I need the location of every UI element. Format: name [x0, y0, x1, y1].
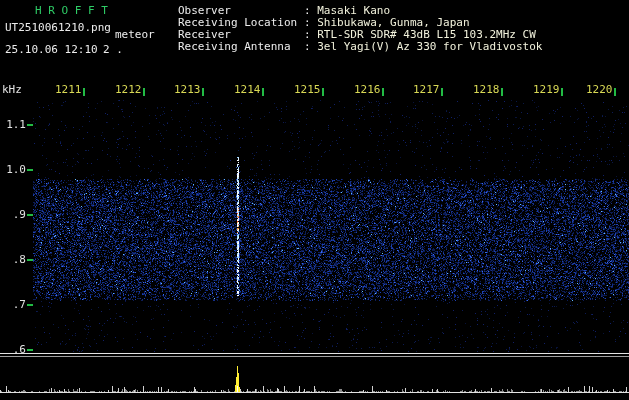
time-tick-label: 1212: [115, 84, 142, 96]
freq-tick-label: .7: [0, 299, 26, 311]
header-row-separator: :: [304, 41, 317, 53]
time-tick-label: 1216: [354, 84, 381, 96]
freq-tick-label: 1.0: [0, 164, 26, 176]
time-tick-label: 1215: [294, 84, 321, 96]
station-label: meteor: [115, 29, 155, 41]
time-tick-label: 1217: [413, 84, 440, 96]
time-tick-label: 1214: [234, 84, 261, 96]
header-row: Receiving Antenna : 3el Yagi(V) Az 330 f…: [178, 41, 542, 53]
freq-tick-label: 1.1: [0, 119, 26, 131]
header-row-label: Receiving Antenna: [178, 41, 304, 53]
time-tick-label: 1211: [55, 84, 82, 96]
time-tick-label: 1219: [533, 84, 560, 96]
counter: 2 .: [103, 44, 123, 56]
spectrogram-canvas: [0, 0, 629, 400]
app-title: H R O F F T: [35, 5, 108, 17]
hrofft-screen: H R O F F T UT2510061210.png meteor 25.1…: [0, 0, 629, 400]
freq-tick-label: .9: [0, 209, 26, 221]
freq-tick-label: .6: [0, 344, 26, 356]
filename: UT2510061210.png: [5, 22, 111, 34]
datetime: 25.10.06 12:10: [5, 44, 98, 56]
freq-tick-label: .8: [0, 254, 26, 266]
khz-unit-label: kHz: [2, 84, 22, 96]
header-row-value: 3el Yagi(V) Az 330 for Vladivostok: [317, 41, 542, 53]
time-tick-label: 1218: [473, 84, 500, 96]
time-tick-label: 1220: [586, 84, 613, 96]
time-tick-label: 1213: [174, 84, 201, 96]
